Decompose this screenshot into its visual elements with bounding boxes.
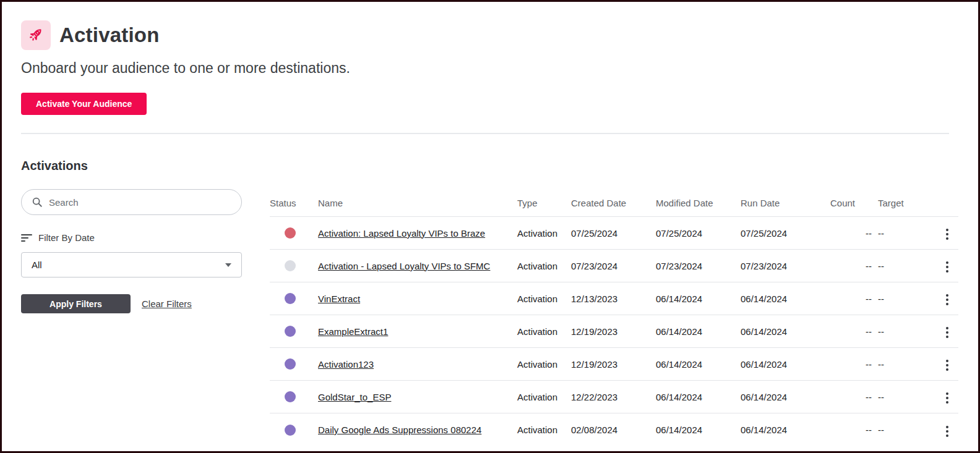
table-row: GoldStar_to_ESP Activation 12/22/2023 06… (270, 381, 958, 413)
date-filter-selected-value: All (32, 260, 42, 270)
actions-cell (936, 420, 958, 441)
type-cell: Activation (517, 294, 571, 304)
status-cell (270, 391, 318, 402)
target-cell: -- (878, 294, 936, 304)
actions-cell (936, 222, 958, 243)
kebab-icon[interactable] (941, 323, 953, 342)
created-date-cell: 12/19/2023 (571, 326, 656, 337)
created-date-cell: 12/19/2023 (571, 359, 656, 370)
page-subtitle: Onboard your audience to one or more des… (21, 60, 978, 77)
column-header-count: Count (830, 198, 878, 208)
created-date-cell: 12/22/2023 (571, 392, 656, 402)
activation-name-link[interactable]: Activation123 (318, 359, 374, 370)
kebab-icon[interactable] (941, 290, 953, 309)
activation-name-link[interactable]: Daily Google Ads Suppressions 080224 (318, 425, 481, 435)
target-cell: -- (878, 261, 936, 271)
target-cell: -- (878, 425, 936, 435)
caret-down-icon (225, 263, 231, 267)
activate-your-audience-button[interactable]: Activate Your Audience (21, 93, 147, 115)
column-header-status: Status (270, 198, 318, 208)
column-header-run: Run Date (741, 198, 830, 208)
status-dot (285, 391, 296, 402)
name-cell: Daily Google Ads Suppressions 080224 (318, 425, 517, 435)
type-cell: Activation (517, 425, 571, 435)
target-cell: -- (878, 392, 936, 402)
modified-date-cell: 07/25/2024 (656, 228, 741, 239)
table-row: Activation: Lapsed Loyalty VIPs to Braze… (270, 217, 958, 250)
activations-table: Status Name Type Created Date Modified D… (270, 189, 958, 446)
actions-cell (936, 321, 958, 342)
count-cell: -- (830, 326, 878, 337)
filter-actions: Apply Filters Clear Filters (21, 294, 242, 313)
activation-name-link[interactable]: Activation: Lapsed Loyalty VIPs to Braze (318, 228, 485, 239)
modified-date-cell: 06/14/2024 (656, 425, 741, 435)
activation-name-link[interactable]: ExampleExtract1 (318, 326, 388, 337)
type-cell: Activation (517, 326, 571, 337)
count-cell: -- (830, 228, 878, 239)
filter-lines-icon (21, 234, 32, 242)
type-cell: Activation (517, 392, 571, 402)
clear-filters-link[interactable]: Clear Filters (142, 298, 192, 309)
kebab-icon[interactable] (941, 356, 953, 375)
table-row: Activation123 Activation 12/19/2023 06/1… (270, 348, 958, 381)
table-header-row: Status Name Type Created Date Modified D… (270, 189, 958, 217)
kebab-icon[interactable] (941, 225, 953, 243)
date-filter-select[interactable]: All (21, 252, 242, 277)
apply-filters-button[interactable]: Apply Filters (21, 294, 131, 313)
name-cell: Activation - Lapsed Loyalty VIPs to SFMC (318, 261, 517, 271)
column-header-target: Target (878, 198, 936, 208)
name-cell: VinExtract (318, 294, 517, 304)
status-cell (270, 358, 318, 370)
created-date-cell: 12/13/2023 (571, 294, 656, 304)
modified-date-cell: 06/14/2024 (656, 392, 741, 402)
target-cell: -- (878, 228, 936, 239)
modified-date-cell: 06/14/2024 (656, 294, 741, 304)
column-header-created: Created Date (571, 198, 656, 208)
status-cell (270, 293, 318, 304)
activation-page: Activation Onboard your audience to one … (2, 2, 978, 446)
created-date-cell: 07/25/2024 (571, 228, 656, 239)
kebab-icon[interactable] (941, 422, 953, 441)
count-cell: -- (830, 392, 878, 402)
kebab-icon[interactable] (941, 258, 953, 276)
actions-cell (936, 255, 958, 276)
run-date-cell: 06/14/2024 (741, 425, 830, 435)
activation-name-link[interactable]: GoldStar_to_ESP (318, 392, 391, 402)
activation-name-link[interactable]: Activation - Lapsed Loyalty VIPs to SFMC (318, 261, 490, 271)
run-date-cell: 06/14/2024 (741, 326, 830, 337)
kebab-icon[interactable] (941, 389, 953, 407)
run-date-cell: 07/23/2024 (741, 261, 830, 271)
table-row: VinExtract Activation 12/13/2023 06/14/2… (270, 282, 958, 315)
actions-cell (936, 354, 958, 375)
type-cell: Activation (517, 228, 571, 239)
type-cell: Activation (517, 261, 571, 271)
name-cell: GoldStar_to_ESP (318, 392, 517, 402)
target-cell: -- (878, 359, 936, 370)
status-dot (285, 293, 296, 304)
hero-divider (21, 133, 949, 134)
status-cell (270, 425, 318, 436)
filter-by-date-label: Filter By Date (38, 232, 95, 243)
filters-panel: Filter By Date All Apply Filters Clear F… (21, 189, 242, 446)
activation-name-link[interactable]: VinExtract (318, 294, 360, 304)
search-input[interactable] (49, 197, 231, 208)
modified-date-cell: 06/14/2024 (656, 326, 741, 337)
name-cell: Activation123 (318, 359, 517, 370)
status-dot (285, 227, 296, 239)
actions-cell (936, 386, 958, 407)
status-dot (285, 326, 296, 337)
activations-section-title: Activations (21, 159, 978, 173)
modified-date-cell: 07/23/2024 (656, 261, 741, 271)
status-dot (285, 358, 296, 370)
status-cell (270, 227, 318, 239)
actions-cell (936, 288, 958, 309)
status-cell (270, 260, 318, 271)
target-cell: -- (878, 326, 936, 337)
search-box[interactable] (21, 189, 242, 215)
count-cell: -- (830, 425, 878, 435)
status-cell (270, 326, 318, 337)
count-cell: -- (830, 359, 878, 370)
created-date-cell: 07/23/2024 (571, 261, 656, 271)
count-cell: -- (830, 294, 878, 304)
column-header-name: Name (318, 198, 517, 208)
